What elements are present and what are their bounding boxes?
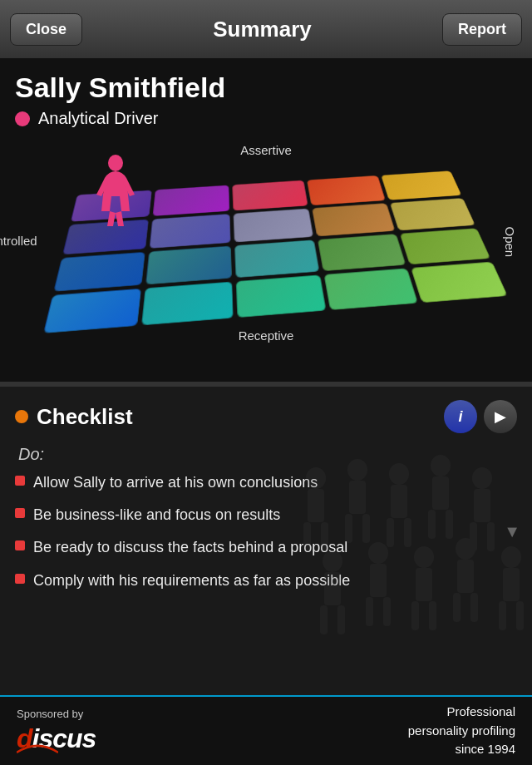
checklist-dot xyxy=(15,410,28,423)
checklist-title-row: Checklist xyxy=(15,404,133,430)
report-button[interactable]: Report xyxy=(442,13,522,46)
tagline-line1: Professional xyxy=(408,703,515,722)
tagline-line3: since 1994 xyxy=(408,740,515,759)
tagline-line2: personality profiling xyxy=(408,722,515,741)
list-item-text: Comply with his requirements as far as p… xyxy=(33,570,350,591)
list-item: Allow Sally to arrive at his own conclus… xyxy=(15,472,517,493)
checklist-controls: i ▶ xyxy=(444,400,517,433)
person-figure xyxy=(93,153,139,231)
grid-cell xyxy=(145,245,232,284)
svg-rect-31 xyxy=(411,601,419,630)
grid-cell xyxy=(400,228,491,264)
svg-rect-24 xyxy=(337,605,345,634)
svg-rect-23 xyxy=(320,605,328,634)
grid-cell xyxy=(411,262,508,304)
bullet-icon xyxy=(15,574,25,584)
checklist-header: Checklist i ▶ xyxy=(15,400,517,433)
grid-cell xyxy=(307,175,386,205)
list-item-text: Allow Sally to arrive at his own conclus… xyxy=(33,472,318,493)
profile-section: Sally Smithfield Analytical Driver Asser… xyxy=(0,60,532,384)
list-item-text: Be ready to discuss the facts behind a p… xyxy=(33,537,347,558)
axis-receptive-label: Receptive xyxy=(239,328,294,343)
grid-cell xyxy=(235,274,327,318)
footer: Sponsored by discus Professional persona… xyxy=(0,695,532,765)
svg-point-0 xyxy=(108,155,123,171)
grid-cell xyxy=(381,170,462,200)
grid-cell xyxy=(390,198,475,231)
grid-cell xyxy=(318,234,406,271)
grid-cell xyxy=(141,281,234,325)
footer-sponsor: Sponsored by discus xyxy=(17,708,96,754)
svg-rect-32 xyxy=(429,601,436,630)
bullet-icon xyxy=(15,476,25,486)
svg-rect-39 xyxy=(499,601,506,630)
profile-name: Sally Smithfield xyxy=(15,72,517,104)
svg-rect-28 xyxy=(383,597,391,626)
play-button[interactable]: ▶ xyxy=(484,400,517,433)
checklist-section: Checklist i ▶ Do: Allow Sally to arrive … xyxy=(0,387,532,616)
grid-cell xyxy=(312,203,396,237)
checklist-title: Checklist xyxy=(37,404,133,430)
type-indicator-dot xyxy=(15,111,30,126)
axis-assertive-label: Assertive xyxy=(240,143,292,157)
grid-cell xyxy=(53,252,145,292)
page-title: Summary xyxy=(213,17,312,42)
axis-open-label: Open xyxy=(503,227,517,258)
svg-rect-27 xyxy=(366,597,373,626)
sponsored-by-label: Sponsored by xyxy=(17,708,83,720)
grid-cell xyxy=(152,185,229,216)
personality-chart: Assertive Receptive Controlled Open xyxy=(25,136,507,344)
list-item: Be business-like and focus on results xyxy=(15,505,517,526)
list-item: Comply with his requirements as far as p… xyxy=(15,570,517,591)
profile-type-label: Analytical Driver xyxy=(38,109,158,128)
scroll-indicator: ▼ xyxy=(504,522,520,541)
discus-logo: discus xyxy=(17,723,96,754)
grid-cell xyxy=(324,268,419,310)
footer-tagline: Professional personality profiling since… xyxy=(408,703,515,759)
do-label: Do: xyxy=(18,445,517,464)
header: Close Summary Report xyxy=(0,0,532,60)
info-button[interactable]: i xyxy=(444,400,477,433)
bullet-icon xyxy=(15,508,25,518)
grid-cell xyxy=(233,209,314,243)
grid-cell xyxy=(149,214,230,249)
svg-rect-40 xyxy=(516,601,524,630)
grid-cell xyxy=(43,289,141,333)
axis-controlled-label: Controlled xyxy=(0,234,37,248)
close-button[interactable]: Close xyxy=(10,13,82,46)
checklist-list: Allow Sally to arrive at his own conclus… xyxy=(15,472,517,591)
bullet-icon xyxy=(15,540,25,550)
profile-type-row: Analytical Driver xyxy=(15,109,517,128)
list-item-text: Be business-like and focus on results xyxy=(33,505,280,526)
grid-cell xyxy=(232,180,308,211)
svg-rect-36 xyxy=(470,593,478,622)
grid-cell xyxy=(234,239,320,278)
svg-rect-35 xyxy=(453,593,461,622)
list-item: Be ready to discuss the facts behind a p… xyxy=(15,537,517,558)
